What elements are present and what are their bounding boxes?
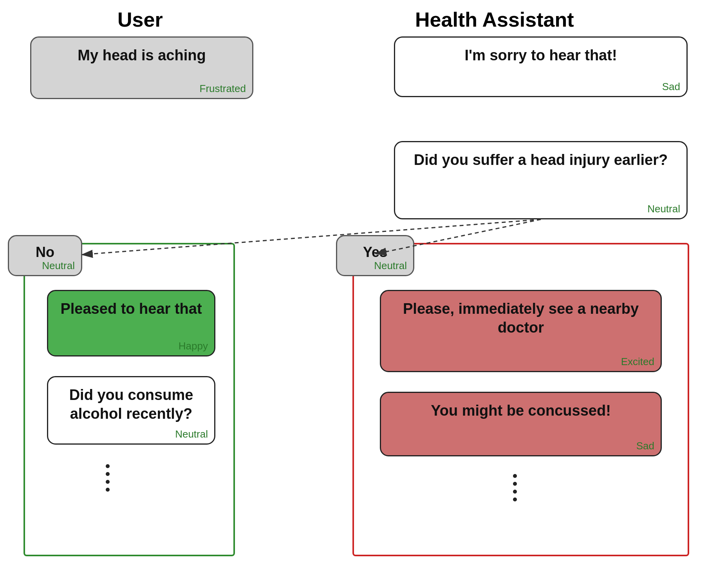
user-header: User xyxy=(117,8,163,31)
user-no-bubble: No Neutral xyxy=(8,235,82,276)
pleased-bubble: Pleased to hear that Happy xyxy=(47,290,215,356)
dot xyxy=(106,488,110,492)
user-yes-bubble: Yes Neutral xyxy=(336,235,414,276)
no-branch-dots xyxy=(106,464,110,492)
assistant-header: Health Assistant xyxy=(415,8,574,31)
user-message-bubble: My head is aching Frustrated xyxy=(30,36,253,99)
page-container: User Health Assistant My head is aching … xyxy=(0,0,717,588)
dot xyxy=(513,482,517,486)
dot xyxy=(106,480,110,484)
yes-branch-dots xyxy=(513,474,517,501)
alcohol-question-bubble: Did you consume alcohol recently? Neutra… xyxy=(47,376,215,445)
see-doctor-bubble: Please, immediately see a nearby doctor … xyxy=(380,290,662,372)
dot xyxy=(513,498,517,501)
assistant-question-bubble: Did you suffer a head injury earlier? Ne… xyxy=(394,141,688,219)
dot xyxy=(106,472,110,476)
dot xyxy=(513,474,517,478)
dot xyxy=(513,490,517,494)
assistant-sorry-bubble: I'm sorry to hear that! Sad xyxy=(394,36,688,97)
dot xyxy=(106,464,110,468)
concussed-bubble: You might be concussed! Sad xyxy=(380,392,662,456)
